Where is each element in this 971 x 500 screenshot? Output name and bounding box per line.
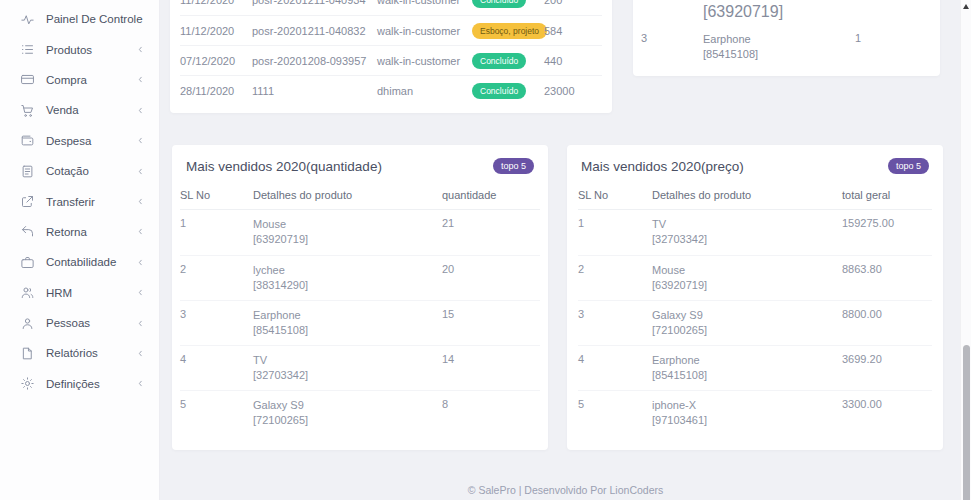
product-details: Mouse [63920719] (253, 217, 442, 255)
chevron-left-icon (136, 197, 145, 206)
users-icon (20, 285, 35, 300)
card-title: Mais vendidos 2020(preço) (581, 159, 744, 174)
table-row: 11/12/2020 posr-20201211-040832 walk-in-… (180, 15, 602, 45)
best-sellers-price-table: SL No Detalhes do produto total geral 1 … (567, 183, 943, 435)
best-sellers-qty-table: SL No Detalhes do produto quantidade 1 M… (172, 183, 548, 435)
table-row: 4 Earphone [85415108] 3699.20 (578, 345, 932, 390)
table-header-row: SL No Detalhes do produto total geral (578, 183, 932, 210)
product-code: [72100265] (253, 413, 442, 427)
sidebar-item-contabilidade[interactable]: Contabilidade (0, 247, 159, 277)
column-header: Detalhes do produto (253, 189, 442, 201)
column-header: SL No (578, 189, 652, 201)
sale-reference: posr-20201211-040934 (252, 0, 377, 6)
sidebar-item-label: HRM (46, 287, 136, 299)
table-row: 3 Galaxy S9 [72100265] 8800.00 (578, 300, 932, 345)
product-name: Mouse (253, 217, 442, 232)
total-cell: 8863.80 (842, 263, 932, 300)
product-details: TV [32703342] (253, 353, 442, 390)
person-icon (20, 316, 35, 331)
sale-date: 11/12/2020 (180, 25, 252, 37)
value-cell: 1 (855, 32, 932, 61)
sl-no: 5 (180, 398, 253, 435)
file-text-icon (20, 164, 35, 179)
table-row: 28/11/2020 1111 dhiman Concluído 23000 (180, 75, 602, 105)
sl-no: 4 (578, 353, 652, 390)
product-details: lychee [38314290] (253, 263, 442, 300)
scrollbar-thumb[interactable] (963, 345, 970, 500)
sidebar-item-hrm[interactable]: HRM (0, 278, 159, 308)
sl-no: 3 (180, 308, 253, 345)
product-details: Earphone [85415108] (253, 308, 442, 345)
best-sellers-qty-card: Mais vendidos 2020(quantidade) topo 5 SL… (172, 145, 548, 450)
sale-amount: 200 (544, 0, 602, 6)
sale-customer: walk-in-customer (377, 55, 472, 67)
sl-no: 1 (578, 217, 652, 255)
sidebar-item-venda[interactable]: Venda (0, 95, 159, 125)
column-header: SL No (180, 189, 253, 201)
return-arrow-icon (20, 224, 35, 239)
product-code: [63920719] (652, 278, 842, 292)
briefcase-icon (20, 255, 35, 270)
table-row: 07/12/2020 posr-20201208-093957 walk-in-… (180, 45, 602, 75)
total-cell: 3300.00 (842, 398, 932, 435)
chevron-left-icon (136, 349, 145, 358)
product-code: [63920719] (703, 5, 855, 19)
sidebar-item-relatorios[interactable]: Relatórios (0, 338, 159, 368)
table-row: 1 Mouse [63920719] 21 (180, 210, 540, 255)
gear-icon (20, 376, 35, 391)
sidebar-item-pessoas[interactable]: Pessoas (0, 308, 159, 338)
product-name: Earphone (703, 32, 855, 47)
sale-reference: 1111 (252, 85, 377, 97)
scroll-up-arrow-icon[interactable] (963, 4, 969, 9)
chevron-left-icon (136, 319, 145, 328)
table-row: 1 TV [32703342] 159275.00 (578, 210, 932, 255)
sidebar-item-label: Pessoas (46, 317, 136, 329)
top5-badge: topo 5 (493, 158, 534, 174)
sidebar-item-retorna[interactable]: Retorna (0, 217, 159, 247)
column-header: total geral (842, 189, 932, 201)
sale-reference: posr-20201208-093957 (252, 55, 377, 67)
sl-no: 3 (578, 308, 652, 345)
product-details: TV [32703342] (652, 217, 842, 255)
wallet-icon (20, 133, 35, 148)
status-cell: Concluído (472, 0, 544, 8)
product-details: Mouse [63920719] (652, 263, 842, 300)
status-badge: Concluído (472, 53, 526, 69)
sl-no: 2 (578, 263, 652, 300)
card-header: Mais vendidos 2020(quantidade) topo 5 (172, 145, 548, 183)
sale-date: 07/12/2020 (180, 55, 252, 67)
sidebar-item-produtos[interactable]: Produtos (0, 34, 159, 64)
table-header-row: SL No Detalhes do produto quantidade (180, 183, 540, 210)
sale-date: 28/11/2020 (180, 85, 252, 97)
sidebar-item-transferir[interactable]: Transferir (0, 186, 159, 216)
sidebar-item-label: Venda (46, 104, 136, 116)
list-icon (20, 42, 35, 57)
sale-customer: walk-in-customer (377, 25, 472, 37)
table-row: 5 Galaxy S9 [72100265] 8 (180, 390, 540, 435)
sidebar-item-cotacao[interactable]: Cotação (0, 156, 159, 186)
sidebar-item-label: Retorna (46, 226, 136, 238)
vertical-scrollbar[interactable] (960, 0, 971, 500)
sidebar-item-painel-de-controle[interactable]: Painel De Controle (0, 4, 159, 34)
table-row: 11/12/2020 posr-20201211-040934 walk-in-… (180, 0, 602, 15)
sl-no: 5 (578, 398, 652, 435)
product-name: TV (652, 217, 842, 232)
product-details: iphone-X [97103461] (652, 398, 842, 435)
product-code: [63920719] (253, 232, 442, 246)
product-name: lychee (253, 263, 442, 278)
quantity-cell: 14 (442, 353, 540, 390)
product-code: [38314290] (253, 278, 442, 292)
sale-amount: 23000 (544, 85, 602, 97)
sidebar-item-label: Despesa (46, 135, 136, 147)
main-content: 11/12/2020 posr-20201211-040934 walk-in-… (160, 0, 971, 500)
product-code: [85415108] (253, 323, 442, 337)
sidebar-item-compra[interactable]: Compra (0, 65, 159, 95)
total-cell: 8800.00 (842, 308, 932, 345)
total-cell: 3699.20 (842, 353, 932, 390)
table-row: 5 iphone-X [97103461] 3300.00 (578, 390, 932, 435)
sidebar-item-definicoes[interactable]: Definições (0, 369, 159, 399)
activity-icon (20, 12, 35, 27)
product-details: Earphone [85415108] (703, 32, 855, 61)
credit-card-icon (20, 72, 35, 87)
sidebar-item-despesa[interactable]: Despesa (0, 126, 159, 156)
